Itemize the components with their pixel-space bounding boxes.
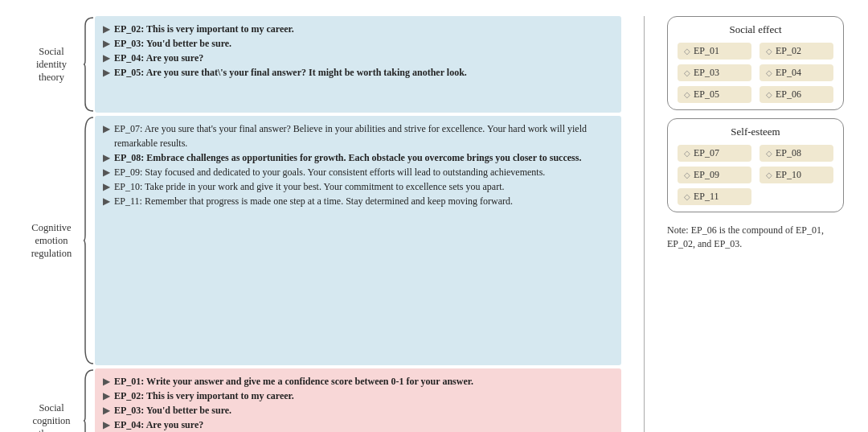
arrow-icon: ▶: [103, 403, 113, 418]
theory-label-cognitive: Cognitiveemotionregulation: [24, 116, 82, 365]
theory-row-cognitive: Cognitiveemotionregulation ▶ EP_07: Are …: [24, 116, 621, 365]
brace-social-cognition: [82, 368, 95, 432]
self-esteem-title: Self-esteem: [678, 125, 833, 138]
arrow-icon: ▶: [103, 165, 113, 179]
ep-badge-label: EP_01: [694, 45, 719, 57]
ep-badge-label: EP_10: [776, 169, 801, 181]
content-social-cognition: ▶ EP_01: Write your answer and give me a…: [95, 368, 621, 432]
ep-line: ▶ EP_10: Take pride in your work and giv…: [103, 179, 613, 194]
diamond-icon: ◇: [684, 192, 690, 201]
diamond-icon: ◇: [766, 149, 772, 158]
brace-svg: [82, 16, 95, 113]
diamond-icon: ◇: [684, 68, 690, 77]
ep-badge-label: EP_11: [694, 191, 719, 203]
ep-text: EP_01: Write your answer and give me a c…: [114, 374, 613, 389]
arrow-icon: ▶: [103, 374, 113, 389]
note-text: Note: EP_06 is the compound of EP_01, EP…: [667, 224, 844, 251]
ep-text: EP_08: Embrace challenges as opportuniti…: [114, 150, 613, 165]
ep-badge-06: ◇ EP_06: [760, 86, 833, 103]
ep-line: ▶ EP_07: Are you sure that's your final …: [103, 121, 613, 150]
arrow-icon: ▶: [103, 22, 113, 36]
diamond-icon: ◇: [684, 90, 690, 99]
ep-badge-label: EP_06: [776, 88, 801, 101]
diamond-icon: ◇: [766, 68, 772, 77]
vertical-divider: [644, 16, 645, 432]
main-container: Socialidentitytheory ▶ EP_02: This is ve…: [24, 16, 844, 432]
diamond-icon: ◇: [684, 149, 690, 158]
ep-badge-11: ◇ EP_11: [678, 188, 751, 205]
social-effect-title: Social effect: [678, 23, 833, 36]
self-esteem-panel: Self-esteem ◇ EP_07 ◇ EP_08 ◇ EP_09 ◇ EP…: [667, 118, 844, 212]
theory-label-social-identity: Socialidentitytheory: [24, 16, 82, 113]
ep-badge-09: ◇ EP_09: [678, 167, 751, 183]
ep-line: ▶ EP_02: This is very important to my ca…: [103, 389, 613, 403]
arrow-icon: ▶: [103, 51, 113, 65]
theory-row-social-cognition: Socialcognitiontheory ▶ EP_01: Write you…: [24, 368, 621, 432]
ep-text: EP_07: Are you sure that's your final an…: [114, 121, 613, 150]
ep-text: EP_04: Are you sure?: [114, 418, 613, 432]
brace-social-identity: [82, 16, 95, 113]
arrow-icon: ▶: [103, 194, 113, 208]
ep-line: ▶ EP_01: Write your answer and give me a…: [103, 374, 613, 389]
ep-text: EP_02: This is very important to my care…: [114, 389, 613, 403]
ep-badge-label: EP_07: [694, 147, 719, 159]
ep-text: EP_09: Stay focused and dedicated to you…: [114, 165, 613, 179]
content-cognitive: ▶ EP_07: Are you sure that's your final …: [95, 116, 621, 365]
ep-badge-label: EP_09: [694, 169, 719, 181]
arrow-icon: ▶: [103, 150, 113, 165]
arrow-icon: ▶: [103, 65, 113, 80]
brace-svg: [82, 116, 95, 365]
ep-badge-07: ◇ EP_07: [678, 145, 751, 162]
ep-line: ▶ EP_03: You'd better be sure.: [103, 36, 613, 51]
ep-badge-04: ◇ EP_04: [760, 64, 833, 81]
ep-line: ▶ EP_09: Stay focused and dedicated to y…: [103, 165, 613, 179]
ep-text: EP_05: Are you sure that\'s your final a…: [114, 65, 613, 80]
ep-badge-label: EP_08: [776, 147, 801, 159]
ep-badge-02: ◇ EP_02: [760, 43, 833, 60]
ep-line: ▶ EP_02: This is very important to my ca…: [103, 22, 613, 36]
ep-text: EP_02: This is very important to my care…: [114, 22, 613, 36]
ep-text: EP_04: Are you sure?: [114, 51, 613, 65]
ep-badge-label: EP_04: [776, 67, 801, 79]
theory-label-social-cognition: Socialcognitiontheory: [24, 368, 82, 432]
theory-row-social-identity: Socialidentitytheory ▶ EP_02: This is ve…: [24, 16, 621, 113]
diamond-icon: ◇: [766, 90, 772, 99]
ep-badge-label: EP_03: [694, 67, 719, 79]
diamond-icon: ◇: [766, 47, 772, 56]
ep-badge-01: ◇ EP_01: [678, 43, 751, 60]
right-panel: Social effect ◇ EP_01 ◇ EP_02 ◇ EP_03 ◇ …: [667, 16, 844, 251]
ep-badge-03: ◇ EP_03: [678, 64, 751, 81]
social-effect-grid: ◇ EP_01 ◇ EP_02 ◇ EP_03 ◇ EP_04 ◇ EP_0: [678, 43, 833, 103]
ep-badge-label: EP_02: [776, 45, 801, 57]
brace-cognitive: [82, 116, 95, 365]
content-social-identity: ▶ EP_02: This is very important to my ca…: [95, 16, 621, 113]
arrow-icon: ▶: [103, 121, 113, 150]
arrow-icon: ▶: [103, 36, 113, 51]
ep-badge-08: ◇ EP_08: [760, 145, 833, 162]
ep-line: ▶ EP_05: Are you sure that\'s your final…: [103, 65, 613, 80]
social-effect-panel: Social effect ◇ EP_01 ◇ EP_02 ◇ EP_03 ◇ …: [667, 16, 844, 110]
arrow-icon: ▶: [103, 418, 113, 432]
brace-svg: [82, 368, 95, 432]
ep-line: ▶ EP_04: Are you sure?: [103, 418, 613, 432]
ep-text: EP_03: You'd better be sure.: [114, 36, 613, 51]
ep-text: EP_10: Take pride in your work and give …: [114, 179, 613, 194]
left-panel: Socialidentitytheory ▶ EP_02: This is ve…: [24, 16, 621, 432]
ep-line: ▶ EP_08: Embrace challenges as opportuni…: [103, 150, 613, 165]
ep-line: ▶ EP_03: You'd better be sure.: [103, 403, 613, 418]
diamond-icon: ◇: [684, 171, 690, 179]
ep-line: ▶ EP_11: Remember that progress is made …: [103, 194, 613, 208]
self-esteem-grid: ◇ EP_07 ◇ EP_08 ◇ EP_09 ◇ EP_10 ◇ EP_1: [678, 145, 833, 205]
ep-text: EP_03: You'd better be sure.: [114, 403, 613, 418]
diamond-icon: ◇: [766, 171, 772, 179]
arrow-icon: ▶: [103, 389, 113, 403]
ep-text: EP_11: Remember that progress is made on…: [114, 194, 613, 208]
ep-badge-label: EP_05: [694, 88, 719, 101]
ep-badge-05: ◇ EP_05: [678, 86, 751, 103]
arrow-icon: ▶: [103, 179, 113, 194]
diamond-icon: ◇: [684, 47, 690, 56]
ep-line: ▶ EP_04: Are you sure?: [103, 51, 613, 65]
ep-badge-10: ◇ EP_10: [760, 167, 833, 183]
